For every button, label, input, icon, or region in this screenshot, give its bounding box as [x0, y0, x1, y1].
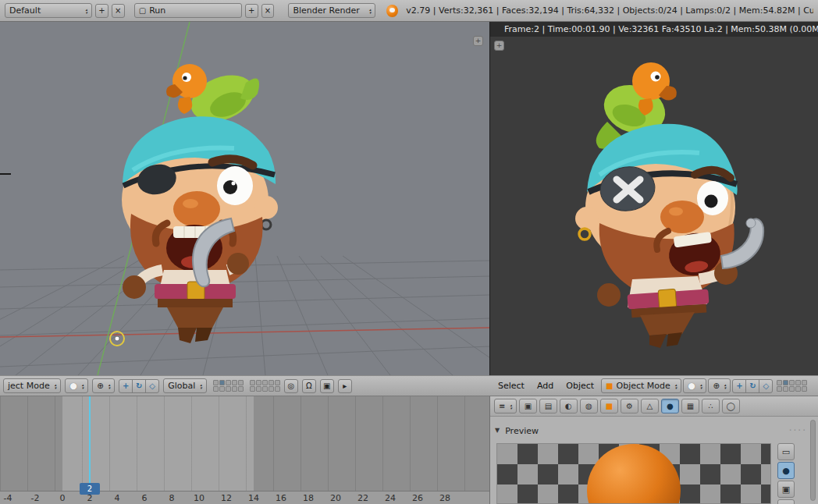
chevron-updown-icon: ▴▾: [369, 8, 372, 14]
panel-grip-icon[interactable]: ····: [789, 425, 807, 436]
render-engine-dropdown[interactable]: Blender Render ▴▾: [288, 3, 375, 18]
screen-layout-label: Default: [9, 5, 41, 16]
tab-scene[interactable]: ◐: [560, 399, 578, 413]
transform-orientation-dropdown[interactable]: Global ▴▾: [163, 378, 207, 393]
region-toggle-icon[interactable]: +: [494, 41, 504, 51]
viewport-right-scene[interactable]: [490, 22, 818, 375]
render-animation-button[interactable]: ▸: [338, 379, 352, 393]
pirate-model-right[interactable]: [575, 62, 763, 348]
tick-label: 10: [187, 493, 211, 503]
menu-add[interactable]: Add: [532, 376, 559, 396]
snap-button[interactable]: Ω: [302, 379, 316, 393]
preview-cube-button[interactable]: ▣: [777, 481, 795, 498]
region-toggle-icon[interactable]: +: [473, 36, 483, 46]
scene-dropdown[interactable]: ▢ Run: [134, 3, 242, 18]
tab-modifiers[interactable]: ⚙: [621, 399, 638, 413]
preview-panel-title: Preview: [505, 426, 539, 436]
manipulator-rotate-button[interactable]: ↻: [745, 379, 759, 393]
blender-logo-icon: [386, 5, 398, 17]
scene-statistics: v2.79 | Verts:32,361 | Faces:32,194 | Tr…: [406, 5, 813, 16]
tick-label: 16: [269, 493, 293, 503]
tick-label: 8: [160, 493, 183, 503]
add-scene-button[interactable]: +: [245, 4, 258, 18]
manipulator-translate-button[interactable]: +: [732, 379, 746, 393]
viewport-3d-right[interactable]: Frame:2 | Time:00:01.90 | Ve:32361 Fa:43…: [489, 22, 818, 375]
tick-label: 22: [351, 493, 375, 503]
editor-type-dropdown[interactable]: ≡ ▴▾: [494, 399, 517, 413]
timeline-editor[interactable]: -4 -2 0 2 4 6 8 10 12 14 16 18 20 22 24 …: [0, 396, 489, 504]
object-mode-label: Object Mode: [617, 381, 670, 391]
pivot-point-dropdown[interactable]: ⊕ ▴▾: [708, 378, 731, 393]
tab-texture[interactable]: ▦: [681, 399, 699, 413]
tab-render-layers[interactable]: ▤: [539, 399, 557, 413]
object-mode-icon: ■: [606, 382, 613, 390]
proportional-icon: ◎: [287, 382, 294, 390]
add-layout-button[interactable]: +: [95, 4, 108, 18]
material-preview: [496, 443, 771, 504]
chevron-updown-icon: ▴▾: [108, 383, 111, 389]
mode-dropdown[interactable]: ject Mode ▴▾: [3, 378, 61, 393]
object-mode-dropdown[interactable]: ■ Object Mode ▴▾: [601, 378, 681, 393]
preview-sphere-button[interactable]: ●: [777, 462, 795, 479]
properties-scrollbar[interactable]: [810, 420, 816, 501]
editor-menu-icon: ≡: [499, 403, 505, 410]
tab-object[interactable]: ■: [600, 399, 618, 413]
delete-layout-button[interactable]: ×: [112, 4, 125, 18]
timeline-ruler[interactable]: -4 -2 0 2 4 6 8 10 12 14 16 18 20 22 24 …: [0, 491, 489, 504]
manipulator-scale-button[interactable]: ◇: [759, 379, 773, 393]
tab-world[interactable]: ◍: [580, 399, 598, 413]
manipulator-scale-button[interactable]: ◇: [145, 379, 159, 393]
material-icon: ●: [667, 402, 674, 410]
viewport-left-scene[interactable]: [0, 22, 489, 375]
chevron-updown-icon: ▴▾: [55, 383, 57, 389]
info-header: Default ▴▾ + × ▢ Run + × Blender Render …: [0, 0, 818, 22]
render-still-button[interactable]: ▣: [320, 379, 334, 393]
viewport-shading-dropdown[interactable]: ● ▴▾: [683, 378, 706, 393]
preview-monkey-button[interactable]: ◌: [777, 499, 795, 504]
viewport-3d-left[interactable]: +: [0, 22, 489, 375]
cube-icon: ▣: [782, 484, 790, 495]
manipulator-rotate-button[interactable]: ↻: [132, 379, 146, 393]
tab-physics[interactable]: ◯: [722, 399, 740, 413]
timeline-gridlines: [0, 396, 489, 504]
viewport-left-header: ject Mode ▴▾ ● ▴▾ ⊕ ▴▾ + ↻ ◇ Global ▴▾ ◎…: [0, 375, 489, 396]
render-statistics: Frame:2 | Time:00:01.90 | Ve:32361 Fa:43…: [490, 22, 818, 37]
tab-material[interactable]: ●: [661, 399, 679, 413]
floor-grid: [0, 256, 489, 375]
world-icon: ◍: [585, 402, 592, 410]
physics-icon: ◯: [727, 402, 735, 410]
screen-layout-dropdown[interactable]: Default ▴▾: [5, 3, 92, 18]
orientation-label: Global: [168, 381, 195, 391]
tick-label: 12: [215, 493, 238, 503]
layers-toggle[interactable]: [777, 380, 807, 392]
tab-data[interactable]: △: [641, 399, 659, 413]
render-engine-label: Blender Render: [293, 5, 359, 16]
tick-label: 24: [379, 493, 402, 503]
viewport-shading-dropdown[interactable]: ● ▴▾: [65, 378, 88, 393]
render-layers-icon: ▤: [545, 402, 552, 410]
tick-label: 26: [406, 493, 429, 503]
camera-icon: ▣: [323, 382, 330, 390]
menu-object[interactable]: Object: [560, 376, 599, 396]
tab-particles[interactable]: ∴: [702, 399, 720, 413]
tick-label: 0: [51, 493, 74, 503]
current-frame-badge[interactable]: 2: [80, 483, 100, 495]
layers-toggle-group-b[interactable]: [250, 380, 280, 392]
manipulator-translate-button[interactable]: +: [119, 379, 133, 393]
manipulator-buttons: + ↻ ◇: [119, 379, 159, 393]
chevron-updown-icon: ▴▾: [85, 8, 87, 14]
pivot-point-dropdown[interactable]: ⊕ ▴▾: [92, 378, 115, 393]
x-axis-line: [0, 328, 489, 337]
menu-select[interactable]: Select: [493, 376, 530, 396]
close-icon: ×: [115, 7, 121, 15]
proportional-edit-button[interactable]: ◎: [284, 379, 298, 393]
layers-toggle-group-a[interactable]: [213, 380, 244, 392]
chevron-updown-icon: ▴▾: [724, 383, 727, 389]
preview-panel-header[interactable]: ▼ Preview ····: [495, 423, 807, 438]
pivot-icon: ⊕: [713, 382, 719, 390]
shading-sphere-icon: ●: [688, 382, 695, 390]
mode-label: ject Mode: [8, 381, 50, 391]
preview-flat-button[interactable]: ▭: [777, 443, 795, 460]
tab-render[interactable]: ▣: [519, 399, 537, 413]
delete-scene-button[interactable]: ×: [261, 4, 275, 18]
